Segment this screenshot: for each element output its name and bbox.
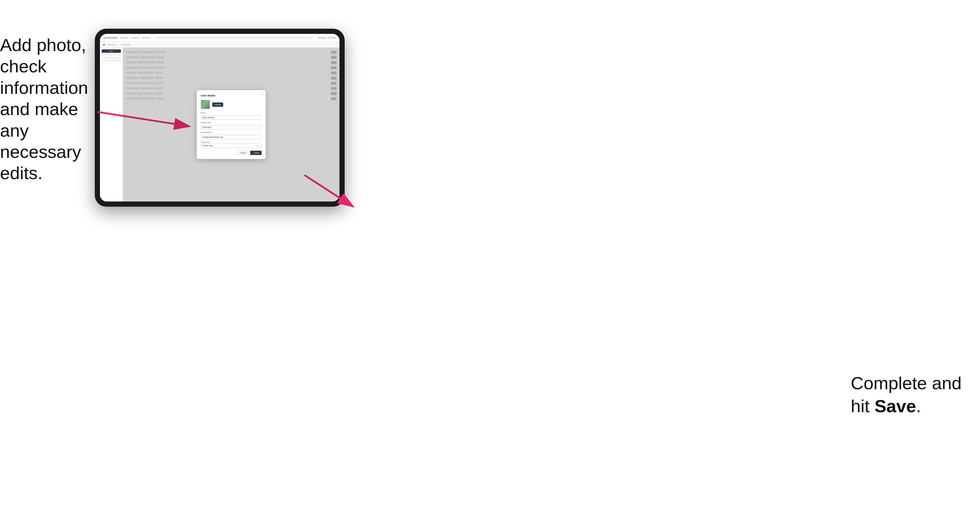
school-year-select[interactable]: Fourth Year × ⌄ [201,143,262,148]
nav-item-2 [131,37,140,39]
sidebar-item-2 [102,54,121,56]
email-field-group: Email address [201,132,262,139]
subnav-icon [103,44,105,46]
cancel-button[interactable]: Cancel [237,151,249,155]
school-year-label: School Year [201,141,262,143]
app-subnav: / [100,42,339,48]
select-clear-button[interactable]: × [256,144,258,147]
annotation-right: Complete and hit Save. [851,372,971,418]
dialog-close-button[interactable]: × [261,93,263,95]
name-field-group: Name [201,112,262,120]
display-name-input[interactable] [201,125,262,129]
email-input[interactable] [201,135,262,139]
topbar-actions [318,37,336,39]
display-name-label: Display name [201,122,262,124]
dialog-overlay: User details × Upload Na [123,48,339,202]
name-input[interactable] [201,115,262,120]
nav-item-3 [142,37,151,39]
nav-item-1 [120,37,129,39]
name-label: Name [201,112,262,114]
school-year-value: Fourth Year [202,144,213,147]
upload-photo-button[interactable]: Upload [212,103,223,107]
breadcrumb-separator: / [119,44,119,46]
app-sidebar: Users [100,48,123,202]
app-main: User details × Upload Na [123,48,339,202]
breadcrumb-item-1 [107,44,117,46]
photo-thumbnail [201,100,210,109]
photo-section: Upload [201,100,262,109]
tablet-screen: / Users [100,34,339,202]
save-button[interactable]: ↑ Save [250,151,262,155]
app-topbar [100,34,339,42]
topbar-search [155,37,313,39]
user-details-dialog: User details × Upload Na [197,90,266,159]
school-year-select-wrap: Fourth Year × ⌄ [201,143,262,148]
topbar-action-1 [318,37,326,39]
sidebar-item-4 [102,60,121,62]
select-arrow-icon: ⌄ [258,144,260,147]
breadcrumb-item-2 [121,44,131,46]
email-label: Email address [201,132,262,133]
annotation-left: Add photo, check information and make an… [0,35,98,184]
topbar-action-2 [328,37,336,39]
photo-image [201,100,210,109]
save-icon: ↑ [253,152,254,154]
tablet-frame: / Users [95,29,345,207]
app-background: / Users [100,34,339,202]
app-content: Users [100,48,339,202]
app-logo [103,37,118,39]
school-year-field-group: School Year Fourth Year × ⌄ [201,141,262,148]
display-name-field-group: Display name [201,122,262,129]
select-controls: × ⌄ [256,144,260,147]
sidebar-tab-active[interactable]: Users [102,49,121,53]
dialog-title: User details [201,94,262,97]
sidebar-item-3 [102,57,121,59]
dialog-buttons: Cancel ↑ Save [201,151,262,155]
save-label: Save [255,152,259,154]
